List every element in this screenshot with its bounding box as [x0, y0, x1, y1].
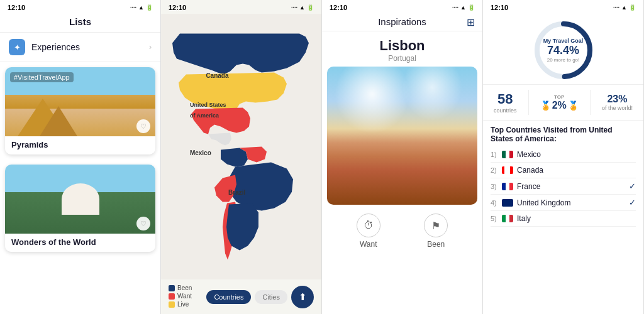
pyramids-tag: #VisitedTravelApp [10, 72, 74, 82]
goal-section: My Travel Goal 74.4% 20 more to go! [483, 14, 643, 84]
legend-want: Want [169, 293, 192, 300]
signal-1: ···· ▲ 🔋 [130, 4, 153, 11]
top-pct-stat: TOP 🏅 2% 🏅 [540, 94, 579, 111]
goal-title: My Travel Goal [543, 38, 584, 44]
want-action[interactable]: ⏱ Want [357, 214, 380, 249]
top-pct: 2% [552, 100, 567, 111]
signal-2: ····▲🔋 [291, 4, 314, 11]
legend-live: Live [169, 301, 192, 308]
share-button[interactable]: ⬆ [291, 286, 314, 308]
time-1: 12:10 [8, 4, 25, 11]
name-france: France [517, 182, 629, 191]
status-bar-1: 12:10 ···· ▲ 🔋 [0, 0, 160, 14]
map-container[interactable]: Canada United States of America Mexico B… [161, 14, 321, 279]
inspirations-title: Inspirations [378, 16, 426, 27]
flag-france [502, 183, 513, 190]
colombia-path [221, 148, 248, 167]
check-france: ✓ [629, 181, 636, 191]
goal-sub: 20 more to go! [543, 57, 584, 63]
city-photo-inner [327, 67, 477, 205]
top-countries-section: Top Countries Visited from United States… [483, 121, 643, 232]
wonders-card[interactable]: ♡ Wonders of the World [5, 165, 155, 252]
country-row-canada: 2) Canada [491, 163, 636, 178]
experiences-label: Experiences [31, 42, 149, 52]
inspirations-header: Inspirations ⊞ [322, 14, 482, 31]
countries-label: countries [494, 107, 517, 114]
top-countries-title: Top Countries Visited from United States… [491, 126, 636, 143]
check-uk: ✓ [629, 198, 636, 207]
stats-row: 58 countries TOP 🏅 2% 🏅 23% of the world… [483, 84, 643, 121]
flag-mexico [502, 151, 513, 158]
map-tabs: Countries Cities [206, 290, 287, 304]
canada-path [172, 34, 309, 75]
goal-pct: 74.4% [543, 44, 584, 57]
wonders-heart-icon[interactable]: ♡ [136, 217, 150, 230]
chevron-icon: › [149, 43, 152, 51]
name-uk: United Kingdom [517, 198, 629, 207]
legend-been: Been [169, 284, 192, 291]
num-5: 5) [491, 215, 502, 222]
brazil-path [227, 163, 293, 211]
lists-panel: 12:10 ···· ▲ 🔋 Lists ✦ Experiences › #Vi… [0, 0, 161, 314]
status-bar-2: 12:10 ····▲🔋 [161, 0, 321, 14]
world-pct: 23% [602, 94, 633, 105]
peru-path [214, 175, 236, 202]
flag-icon: ⚑ [424, 214, 448, 237]
countries-count: 58 [494, 91, 517, 107]
signal-3: ····▲🔋 [452, 4, 475, 11]
flag-italy [502, 215, 513, 222]
clock-icon: ⏱ [357, 214, 380, 237]
usa-label2: of America [190, 112, 219, 119]
gallery-icon[interactable]: ⊞ [467, 16, 475, 28]
map-bottom: Been Want Live Countries Cities ⬆ [161, 279, 321, 314]
num-1: 1) [491, 151, 502, 158]
flag-uk [502, 199, 513, 207]
pyramids-card[interactable]: #VisitedTravelApp ♡ Pyramids [5, 67, 155, 154]
city-name: Lisbon [322, 38, 482, 54]
city-photo[interactable] [327, 67, 477, 205]
mexico-label: Mexico [190, 149, 211, 156]
want-label: Want [177, 293, 192, 300]
countries-tab[interactable]: Countries [206, 290, 251, 304]
num-2: 2) [491, 166, 502, 174]
experiences-row[interactable]: ✦ Experiences › [0, 33, 160, 62]
name-canada: Canada [517, 166, 636, 175]
central-america-path [208, 133, 231, 146]
want-dot [169, 293, 175, 300]
country-row-france: 3) France ✓ [491, 178, 636, 195]
pyramids-title: Pyramids [5, 136, 155, 154]
name-italy: Italy [517, 214, 636, 223]
been-action[interactable]: ⚑ Been [424, 214, 448, 249]
pyramids-heart-icon[interactable]: ♡ [136, 119, 150, 133]
been-label: Been [177, 284, 192, 291]
signal-4: ····▲🔋 [613, 4, 636, 11]
city-section: Lisbon Portugal [322, 31, 482, 67]
num-4: 4) [491, 199, 502, 207]
live-dot [169, 301, 175, 308]
argentina-path [226, 203, 258, 251]
map-panel: 12:10 ····▲🔋 [161, 0, 322, 314]
status-bar-3: 12:10 ····▲🔋 [322, 0, 482, 14]
been-dot [169, 285, 175, 291]
map-svg [161, 14, 321, 279]
country-row-uk: 4) United Kingdom ✓ [491, 195, 636, 211]
countries-stat: 58 countries [494, 91, 517, 114]
cities-tab[interactable]: Cities [255, 290, 287, 304]
wonders-title: Wonders of the World [5, 234, 155, 252]
world-pct-stat: 23% of the world! [602, 94, 633, 111]
city-country: Portugal [322, 54, 482, 63]
lists-header: Lists [0, 14, 160, 33]
name-mexico: Mexico [517, 150, 636, 159]
live-label: Live [177, 301, 189, 308]
country-row-italy: 5) Italy [491, 211, 636, 227]
time-3: 12:10 [330, 4, 347, 11]
inspiration-actions: ⏱ Want ⚑ Been [322, 205, 482, 254]
num-3: 3) [491, 183, 502, 190]
inspirations-panel: 12:10 ····▲🔋 Inspirations ⊞ Lisbon Portu… [322, 0, 483, 314]
status-bar-4: 12:10 ····▲🔋 [483, 0, 643, 14]
time-2: 12:10 [169, 4, 186, 11]
been-label: Been [427, 240, 445, 249]
stats-panel: 12:10 ····▲🔋 My Travel Goal 74.4% 20 mor… [483, 0, 644, 314]
want-label: Want [360, 240, 377, 249]
brazil-label: Brazil [228, 189, 245, 196]
